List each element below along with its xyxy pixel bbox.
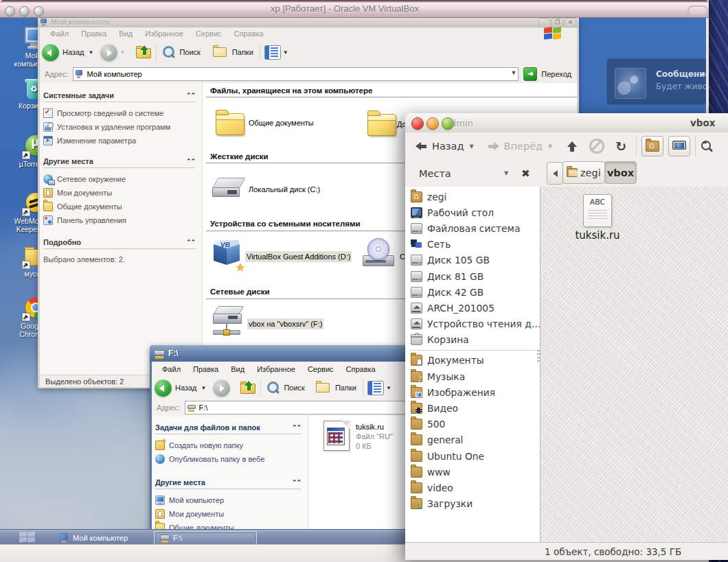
back-button-label[interactable]: Назад xyxy=(172,384,199,392)
views-icon[interactable] xyxy=(264,45,281,60)
back-label[interactable]: Назад xyxy=(427,141,466,152)
menu-item[interactable]: Вид xyxy=(225,365,251,373)
sidebar-place-item[interactable]: 500 xyxy=(405,417,540,432)
back-button-icon[interactable] xyxy=(155,379,172,397)
task-section-title[interactable]: Задачи для файлов и папок⌃⌃ xyxy=(155,423,301,432)
task-section-title[interactable]: Другие места⌃⌃ xyxy=(43,157,195,165)
sidebar-place-item[interactable]: zegi xyxy=(405,189,540,204)
sidebar-place-item[interactable]: Файловая система xyxy=(405,220,540,236)
forward-dropdown-caret[interactable]: ▼ xyxy=(545,143,555,150)
sidebar-place-item[interactable]: ARCH_201005 xyxy=(405,300,540,316)
places-dropdown-caret[interactable]: ▼ xyxy=(501,170,511,176)
collapse-chevron-icon[interactable]: ⌃⌃ xyxy=(186,239,195,246)
sidebar-place-item[interactable]: Рабочий стол xyxy=(405,204,540,220)
file-name[interactable]: tuksik.ru xyxy=(356,423,384,431)
collapse-chevron-icon[interactable]: ⌃⌃ xyxy=(186,92,195,99)
sidebar-place-item[interactable]: Диск 81 GB xyxy=(405,268,540,284)
menu-item[interactable]: Справка xyxy=(340,365,382,373)
sidebar-place-item[interactable]: Сеть xyxy=(405,237,540,253)
task-link[interactable]: Изменение параметра xyxy=(43,136,195,145)
computer-button[interactable] xyxy=(668,136,690,156)
menu-item[interactable]: Файл xyxy=(44,30,75,38)
forward-dropdown-caret[interactable]: ▼ xyxy=(117,49,127,56)
folder-icon[interactable] xyxy=(214,108,246,138)
back-button-icon[interactable] xyxy=(42,44,59,61)
up-icon[interactable] xyxy=(567,141,578,152)
task-link[interactable]: Просмотр сведений о системе xyxy=(43,108,195,118)
network-drive-icon[interactable] xyxy=(212,309,244,337)
menu-item[interactable]: Вид xyxy=(113,30,139,38)
file-icon[interactable] xyxy=(323,421,351,452)
hard-disk-icon[interactable] xyxy=(212,176,245,198)
file-tile-label[interactable]: Локальный диск (C:) xyxy=(249,185,320,194)
search-button-label[interactable]: Поиск xyxy=(176,48,202,56)
collapse-chevron-icon[interactable]: ⌃⌃ xyxy=(186,158,195,165)
views-icon[interactable] xyxy=(367,381,384,395)
forward-label[interactable]: Вперёд xyxy=(499,141,546,152)
task-section-title[interactable]: Подробно⌃⌃ xyxy=(43,238,195,246)
views-dropdown-caret[interactable]: ▼ xyxy=(281,49,291,56)
file-tile-label-selected[interactable]: vbox на "vboxsrv" (F:) xyxy=(249,320,322,328)
minimize-button[interactable]: _ xyxy=(538,18,550,27)
sidebar-place-item[interactable]: Музыка xyxy=(405,368,540,384)
task-link[interactable]: Создать новую папку xyxy=(155,441,301,450)
sidebar-place-item[interactable]: Видео xyxy=(405,400,540,416)
close-sidebar-icon[interactable]: ✖ xyxy=(517,167,534,180)
places-combo-label[interactable]: Места xyxy=(414,168,454,179)
menu-item[interactable]: Избранное xyxy=(139,30,190,38)
task-section-title[interactable]: Системные задачи⌃⌃ xyxy=(43,91,195,99)
sidebar-place-item[interactable]: Диск 42 GB xyxy=(405,284,540,300)
task-link[interactable]: Общие документы xyxy=(43,202,195,211)
sidebar-place-item[interactable]: general xyxy=(405,432,540,448)
sidebar-place-item[interactable]: Диск 105 GB xyxy=(405,253,540,268)
menu-item[interactable]: Сервис xyxy=(190,30,228,38)
close-button[interactable]: ✕ xyxy=(565,18,576,27)
folder-icon[interactable] xyxy=(366,108,398,139)
window-titlebar[interactable]: F:\ xyxy=(150,345,411,362)
sidebar-place-item[interactable]: Загрузки xyxy=(405,496,540,512)
back-button-label[interactable]: Назад xyxy=(59,48,87,56)
task-link[interactable]: Мои документы xyxy=(43,188,195,198)
task-link[interactable]: Установка и удаление программ xyxy=(43,122,195,132)
pane-splitter-handle[interactable] xyxy=(537,350,541,364)
folder-view[interactable]: ABC tuksik.ru xyxy=(541,187,728,542)
back-dropdown-caret[interactable]: ▼ xyxy=(87,49,96,56)
close-button[interactable] xyxy=(411,117,424,130)
menu-item[interactable]: Справка xyxy=(228,30,270,38)
forward-button-icon[interactable] xyxy=(100,44,117,61)
folders-icon[interactable] xyxy=(212,45,229,60)
file-icon[interactable]: ABC xyxy=(583,194,612,227)
collapse-chevron-icon[interactable]: ⌃⌃ xyxy=(292,424,301,431)
up-button-icon[interactable] xyxy=(135,44,152,60)
sidebar-place-item[interactable]: Корзина xyxy=(405,332,540,348)
task-link[interactable]: Сетевое окружение xyxy=(43,174,195,184)
sidebar-place-item[interactable]: www xyxy=(405,464,540,480)
breadcrumb-scroll-left-button[interactable] xyxy=(547,162,563,185)
virtualbox-titlebar[interactable]: xp [Работает] - Oracle VM VirtualBox xyxy=(0,0,709,18)
task-section-title[interactable]: Другие места⌃⌃ xyxy=(155,478,301,487)
up-button-icon[interactable] xyxy=(240,379,256,396)
search-button-label[interactable]: Поиск xyxy=(280,384,306,392)
minimize-button[interactable] xyxy=(426,117,439,130)
file-tile-label-selected[interactable]: VirtualBox Guest Additions (D:) xyxy=(247,253,350,261)
task-link[interactable]: Панель управления xyxy=(43,215,195,225)
virtualbox-cd-icon[interactable]: VB★ xyxy=(211,238,242,272)
sidebar-place-item[interactable]: Документы xyxy=(405,353,540,368)
address-dropdown-caret[interactable]: ▼ xyxy=(510,69,516,76)
back-dropdown-caret[interactable]: ▼ xyxy=(199,385,209,391)
windows-start-logo-icon[interactable] xyxy=(19,532,36,544)
sidebar-place-item[interactable]: Устройство чтения д… xyxy=(405,316,540,332)
titlebar-pill-button[interactable] xyxy=(687,5,708,16)
menu-item[interactable]: Правка xyxy=(187,365,225,373)
folders-button-label[interactable]: Папки xyxy=(332,384,359,392)
task-link[interactable]: Мой компьютер xyxy=(155,495,301,505)
menu-item[interactable]: Файл xyxy=(156,365,187,373)
window-titlebar[interactable]: Мой компьютер _ ❐ ✕ xyxy=(38,18,579,27)
search-icon[interactable] xyxy=(265,380,280,395)
go-button-label[interactable]: Переход xyxy=(537,70,577,78)
menu-item[interactable]: Сервис xyxy=(302,365,340,373)
file-label[interactable]: tuksik.ru xyxy=(560,229,635,242)
maximize-button[interactable]: ❐ xyxy=(551,18,563,27)
zoom-out-icon[interactable] xyxy=(701,140,713,152)
forward-icon[interactable] xyxy=(488,142,499,150)
